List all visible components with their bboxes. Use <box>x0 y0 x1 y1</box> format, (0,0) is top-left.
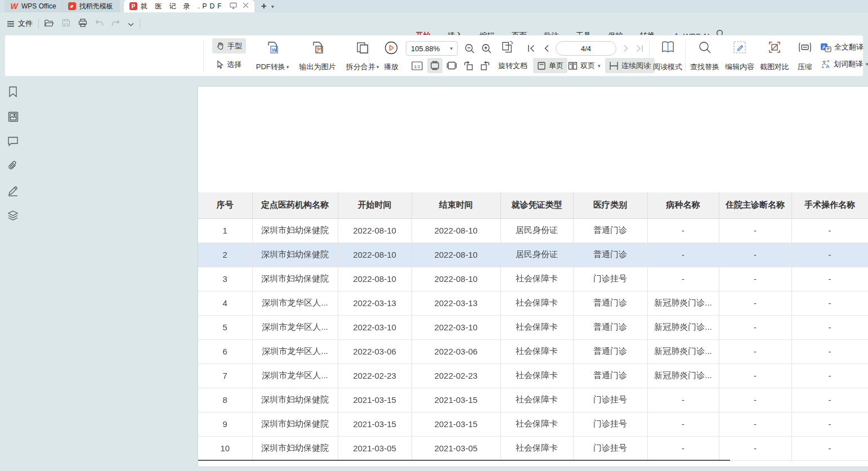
single-page-button[interactable]: 单页 <box>533 58 567 73</box>
table-cell: 深圳市妇幼保健院 <box>252 388 338 412</box>
table-cell: 社会保障卡 <box>500 364 573 388</box>
previous-page-button[interactable] <box>539 41 553 56</box>
undo-icon[interactable] <box>95 19 104 28</box>
hamburger-icon <box>7 21 15 27</box>
table-cell: 社会保障卡 <box>500 339 573 364</box>
table-cell: 社会保障卡 <box>500 315 573 339</box>
word-translate-button[interactable]: 文A 划词翻译 ▾ <box>820 59 868 69</box>
find-replace-button[interactable]: 查找替换 <box>687 38 722 73</box>
read-mode-button[interactable]: 阅读模式 <box>651 38 684 73</box>
document-title: 就 医 记 录 .PDF <box>141 2 225 11</box>
table-cell: 深圳市龙华区人... <box>252 364 338 388</box>
tab-wps-office[interactable]: W WPS Office <box>5 0 62 12</box>
page-indicator-value: 4/4 <box>581 44 591 53</box>
table-cell: 普通门诊 <box>573 339 647 364</box>
layers-icon[interactable] <box>6 208 20 223</box>
thumbnail-icon[interactable] <box>6 109 20 124</box>
hand-tool-button[interactable]: 手型 <box>212 38 246 53</box>
rotate-left-button[interactable] <box>463 58 473 73</box>
table-row: 3深圳市妇幼保健院2022-08-102022-08-10社会保障卡门诊挂号--… <box>198 267 868 291</box>
divider <box>203 41 204 71</box>
table-cell: 深圳市龙华区人... <box>252 315 338 339</box>
edit-content-icon <box>733 41 746 54</box>
table-cell: - <box>719 267 791 291</box>
table-cell: 新冠肺炎门诊... <box>647 339 719 364</box>
tab-docer-templates[interactable]: 找稻壳模板 <box>62 0 119 12</box>
chevron-down-icon: ▾ <box>287 64 289 70</box>
monitor-icon[interactable] <box>230 2 237 11</box>
zoom-out-button[interactable] <box>462 41 477 56</box>
table-cell: - <box>791 243 868 267</box>
continuous-read-button[interactable]: 连续阅读 <box>605 58 655 73</box>
svg-text:A: A <box>826 64 830 69</box>
fit-width-button[interactable] <box>446 58 457 73</box>
table-cell: 2021-03-15 <box>411 412 500 436</box>
read-mode-label: 阅读模式 <box>653 62 682 72</box>
table-cell: 社会保障卡 <box>500 436 573 460</box>
table-cell: 门诊挂号 <box>573 267 647 291</box>
word-translate-label: 划词翻译 <box>834 59 863 69</box>
table-cell: 8 <box>198 388 252 412</box>
file-menu-button[interactable]: 文件 <box>7 19 33 29</box>
full-translate-button[interactable]: A 全文翻译 <box>820 42 863 52</box>
compress-icon <box>798 41 812 54</box>
last-page-button[interactable] <box>632 41 647 56</box>
table-cell: 普通门诊 <box>573 243 647 267</box>
divider <box>140 19 140 29</box>
bookmark-icon[interactable] <box>6 84 20 99</box>
table-cell: 2021-03-15 <box>338 388 411 412</box>
next-page-button[interactable] <box>619 41 633 56</box>
ribbon-toolbar: 手型 选择 W PDF转换▾ 输出为图片 拆分合并▾ 播放 105.88% ▾ <box>5 35 863 77</box>
table-bottom-border <box>198 460 730 461</box>
edit-content-button[interactable]: 编辑内容 <box>722 38 757 73</box>
table-cell: - <box>791 315 868 339</box>
table-cell: 普通门诊 <box>573 315 647 339</box>
chevron-left-icon <box>543 44 549 52</box>
window-tab-bar: W WPS Office 找稻壳模板 P 就 医 记 录 .PDF + ▾ <box>0 0 868 12</box>
play-button[interactable]: 播放 <box>375 38 407 73</box>
table-cell: 居民身份证 <box>500 218 573 243</box>
tab-document-pdf[interactable]: P 就 医 记 录 .PDF <box>124 0 254 12</box>
table-cell: 普通门诊 <box>573 218 647 243</box>
actual-size-button[interactable]: 1:1 <box>411 58 423 73</box>
table-header-cell: 序号 <box>198 192 252 218</box>
table-cell: 4 <box>198 291 252 315</box>
print-icon[interactable] <box>78 19 87 29</box>
table-header-cell: 结束时间 <box>411 192 500 218</box>
export-image-button[interactable]: 输出为图片 <box>294 38 341 73</box>
save-icon[interactable] <box>62 19 70 29</box>
first-page-button[interactable] <box>524 41 539 56</box>
new-tab-button[interactable]: + ▾ <box>254 0 281 12</box>
open-folder-icon[interactable] <box>44 19 54 29</box>
zoom-level-select[interactable]: 105.88% ▾ <box>406 41 458 56</box>
hand-tool-label: 手型 <box>227 41 242 51</box>
table-cell: 深圳市龙华区人... <box>252 291 338 315</box>
table-cell: - <box>647 412 719 436</box>
compress-button[interactable]: 压缩 <box>792 38 818 73</box>
table-cell: 2022-08-10 <box>338 243 411 267</box>
table-cell: 新冠肺炎门诊... <box>647 315 719 339</box>
select-tool-button[interactable]: 选择 <box>212 57 246 72</box>
chevron-down-icon: ▾ <box>866 61 868 67</box>
signature-icon[interactable] <box>6 183 20 198</box>
table-cell: 2021-03-05 <box>411 436 500 460</box>
close-tab-icon[interactable] <box>243 2 249 10</box>
rotate-document-button[interactable]: 旋转文档 <box>498 58 527 73</box>
rotate-right-button[interactable] <box>480 58 490 73</box>
table-cell: 社会保障卡 <box>500 291 573 315</box>
double-page-button[interactable]: 双页 ▾ <box>568 58 601 73</box>
redo-icon[interactable] <box>111 19 120 28</box>
table-row: 9深圳市妇幼保健院2021-03-152021-03-15社会保障卡门诊挂号--… <box>198 412 868 436</box>
attachment-icon[interactable] <box>6 159 20 173</box>
pdf-convert-button[interactable]: W PDF转换▾ <box>250 38 294 73</box>
page-indicator-input[interactable]: 4/4 <box>556 41 616 56</box>
rotate-left-icon <box>463 61 473 70</box>
chevron-down-icon[interactable] <box>128 20 134 28</box>
fit-page-button[interactable] <box>427 58 442 73</box>
divider <box>369 41 369 71</box>
table-cell: - <box>647 218 719 243</box>
rotate-pages-button[interactable] <box>500 40 515 55</box>
screenshot-compare-button[interactable]: 截图对比 <box>757 38 792 73</box>
zoom-in-button[interactable] <box>479 41 494 56</box>
comment-icon[interactable] <box>6 134 20 149</box>
